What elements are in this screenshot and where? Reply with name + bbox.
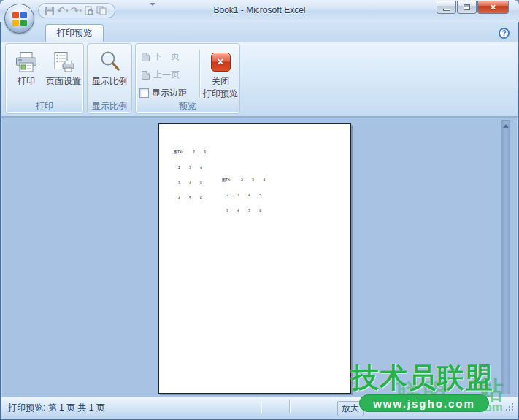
next-page-icon xyxy=(141,52,150,62)
print-button-label: 打印 xyxy=(18,75,35,88)
show-margins-label: 显示边距 xyxy=(152,87,187,99)
status-divider xyxy=(289,400,290,413)
plus-icon: + xyxy=(473,401,478,411)
vertical-scrollbar[interactable] xyxy=(501,120,510,394)
redo-button[interactable]: ↷ ▾ xyxy=(70,6,81,15)
close-button[interactable]: × xyxy=(477,1,509,14)
print-preview-pane: 图TX: 2 3 2 3 4 3 4 5 4 5 6 图TX: 2 3 4 2 … xyxy=(2,118,517,397)
ribbon: 打印 页面设置 xyxy=(1,42,518,118)
close-icon: × xyxy=(491,1,496,12)
magnifier-icon xyxy=(99,49,120,75)
quick-access-toolbar: ↶ ▾ ↷ ▾ xyxy=(38,3,115,18)
page-setup-button[interactable]: 页面设置 xyxy=(45,47,82,101)
worksheet-table-2: 图TX: 2 3 4 2 3 4 5 3 4 5 6 xyxy=(222,167,265,224)
restore-button[interactable] xyxy=(457,1,477,14)
help-icon: ? xyxy=(501,29,506,37)
help-button[interactable]: ? xyxy=(499,28,510,39)
print-preview-qat-button[interactable] xyxy=(84,6,94,16)
window-controls: × xyxy=(437,1,509,14)
zoom-in-button[interactable]: + xyxy=(469,400,482,412)
status-divider xyxy=(261,400,261,413)
close-print-preview-button[interactable]: × 关闭 打印预览 xyxy=(201,47,239,101)
page-preview: 图TX: 2 3 2 3 4 3 4 5 4 5 6 图TX: 2 3 4 2 … xyxy=(158,123,351,394)
next-page-button[interactable]: 下一页 xyxy=(141,50,180,63)
previous-page-label: 上一页 xyxy=(153,69,180,81)
ribbon-tab-row: 打印预览 ? xyxy=(1,22,518,42)
group-label-print: 打印 xyxy=(7,100,82,112)
worksheet-table-1: 图TX: 2 3 2 3 4 3 4 5 4 5 6 xyxy=(174,140,206,211)
page-setup-button-label: 页面设置 xyxy=(46,75,81,88)
scroll-up-icon[interactable] xyxy=(503,124,509,128)
title-bar: Book1 - Microsoft Excel ↶ ▾ ↷ ▾ xyxy=(0,0,519,22)
redo-icon: ↷ xyxy=(70,6,78,15)
undo-icon: ↶ xyxy=(57,6,65,15)
page-status-text: 打印预览: 第 1 页 共 1 页 xyxy=(8,402,105,414)
tab-print-preview[interactable]: 打印预览 xyxy=(45,24,104,42)
ribbon-group-preview: 下一页 上一页 显示边距 × 关闭 xyxy=(135,43,240,114)
customize-quick-access-button[interactable] xyxy=(150,6,158,19)
page-magnifier-icon xyxy=(84,6,94,16)
print-button[interactable]: 打印 xyxy=(9,47,43,101)
floppy-disk-icon xyxy=(45,6,55,16)
page-setup-icon xyxy=(52,49,75,75)
minimize-button[interactable] xyxy=(437,1,456,14)
quick-print-button[interactable] xyxy=(96,6,107,15)
close-preview-label-line2: 打印预览 xyxy=(203,88,238,100)
office-button[interactable] xyxy=(4,4,34,34)
pages-icon xyxy=(96,6,107,15)
previous-page-icon xyxy=(141,70,150,80)
show-margins-checkbox[interactable]: 显示边距 xyxy=(139,87,187,99)
close-preview-icon: × xyxy=(211,53,231,72)
resize-grip[interactable] xyxy=(504,402,513,411)
redo-dropdown-icon: ▾ xyxy=(79,8,82,13)
group-separator xyxy=(199,50,200,98)
status-bar: 打印预览: 第 1 页 共 1 页 放大 + xyxy=(1,397,518,416)
close-preview-label-line1: 关闭 xyxy=(212,75,229,88)
zoom-button-label: 显示比例 xyxy=(92,75,127,88)
group-label-zoom: 显示比例 xyxy=(88,100,131,112)
undo-dropdown-icon: ▾ xyxy=(66,8,69,13)
save-button[interactable] xyxy=(45,6,55,16)
checkbox-icon[interactable] xyxy=(139,88,149,98)
minimize-icon xyxy=(443,9,450,11)
restore-icon xyxy=(464,4,470,10)
next-page-label: 下一页 xyxy=(153,50,180,63)
ribbon-group-zoom: 显示比例 显示比例 xyxy=(87,43,132,114)
undo-button[interactable]: ↶ ▾ xyxy=(57,6,68,15)
zoom-status-button[interactable]: 放大 xyxy=(337,401,364,416)
excel-window: Book1 - Microsoft Excel ↶ ▾ ↷ ▾ xyxy=(0,0,519,420)
group-label-preview: 预览 xyxy=(137,100,239,112)
printer-icon xyxy=(15,49,38,75)
ribbon-group-print: 打印 页面设置 xyxy=(5,43,84,114)
previous-page-button[interactable]: 上一页 xyxy=(141,69,180,81)
zoom-button[interactable]: 显示比例 xyxy=(90,47,129,101)
chevron-down-icon xyxy=(150,3,155,18)
office-logo-icon xyxy=(12,12,27,26)
